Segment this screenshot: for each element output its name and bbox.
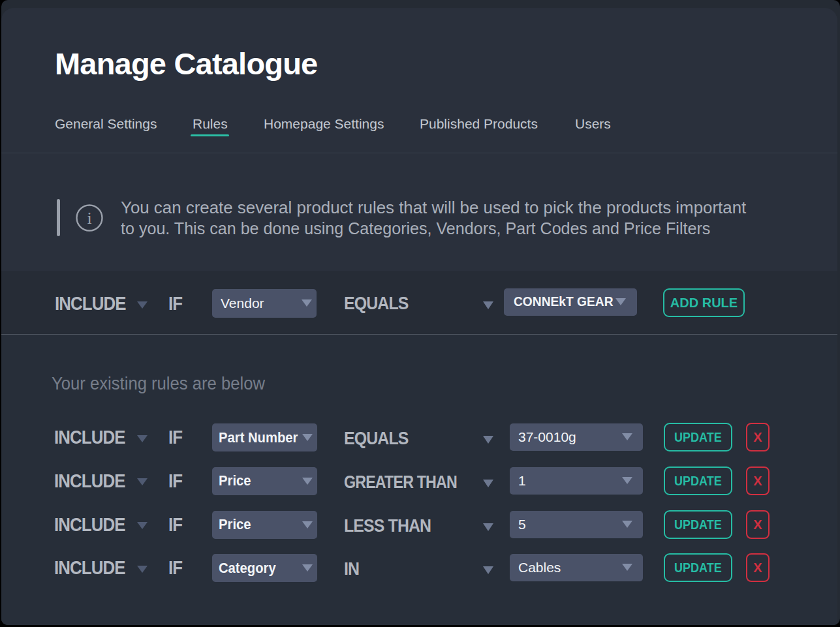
svg-text:i: i — [87, 208, 91, 227]
